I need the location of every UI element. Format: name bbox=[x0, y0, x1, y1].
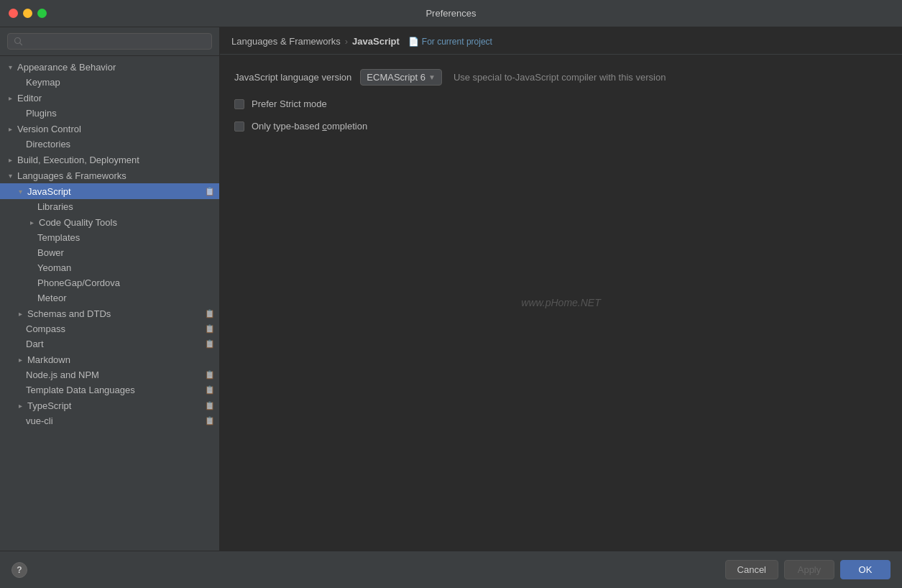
sidebar-item-directories[interactable]: Directories bbox=[0, 137, 219, 152]
sidebar-item-icon: 📋 bbox=[205, 339, 215, 349]
footer-right: Cancel Apply OK bbox=[725, 560, 891, 579]
title-bar: Preferences bbox=[0, 0, 902, 27]
sidebar-tree: ▾Appearance & BehaviorKeymap▸EditorPlugi… bbox=[0, 56, 219, 551]
help-button[interactable]: ? bbox=[11, 562, 27, 578]
close-button[interactable] bbox=[9, 9, 18, 18]
window-buttons bbox=[9, 9, 47, 18]
minimize-button[interactable] bbox=[23, 9, 32, 18]
sidebar-item-label: Version Control bbox=[17, 124, 215, 134]
sidebar-item-label: Meteor bbox=[37, 293, 215, 303]
sidebar-item-label: Node.js and NPM bbox=[26, 369, 202, 380]
tree-arrow-icon: ▾ bbox=[4, 61, 16, 73]
sidebar-item-label: Build, Execution, Deployment bbox=[17, 155, 215, 165]
sidebar-item-label: Keymap bbox=[26, 77, 215, 88]
sidebar-item-vue-cli[interactable]: vue-cli📋 bbox=[0, 413, 219, 428]
sidebar-item-label: Bower bbox=[37, 247, 215, 258]
search-wrapper bbox=[7, 33, 212, 50]
content-panel: Languages & Frameworks › JavaScript 📄 Fo… bbox=[220, 27, 902, 551]
strict-mode-label: Prefer Strict mode bbox=[252, 98, 327, 109]
cancel-button[interactable]: Cancel bbox=[725, 560, 778, 579]
search-input[interactable] bbox=[27, 36, 206, 47]
sidebar-item-label: PhoneGap/Cordova bbox=[37, 277, 215, 288]
sidebar-item-compass[interactable]: Compass📋 bbox=[0, 321, 219, 336]
sidebar-item-icon: 📋 bbox=[205, 309, 215, 318]
svg-line-1 bbox=[20, 43, 22, 45]
sidebar-item-appearance-behavior[interactable]: ▾Appearance & Behavior bbox=[0, 59, 219, 75]
maximize-button[interactable] bbox=[37, 9, 47, 18]
language-version-row: JavaScript language version ECMAScript 6… bbox=[234, 69, 888, 86]
sidebar-item-label: Editor bbox=[17, 93, 215, 104]
sidebar-item-dart[interactable]: Dart📋 bbox=[0, 336, 219, 352]
sidebar-item-label: Dart bbox=[26, 339, 202, 349]
sidebar-item-icon: 📋 bbox=[205, 324, 215, 334]
sidebar-item-version-control[interactable]: ▸Version Control bbox=[0, 121, 219, 137]
sidebar-item-bower[interactable]: Bower bbox=[0, 245, 219, 260]
tree-arrow-icon: ▸ bbox=[4, 154, 16, 165]
sidebar-item-label: Languages & Frameworks bbox=[17, 170, 215, 181]
tree-arrow-icon: ▸ bbox=[14, 354, 26, 365]
language-version-value: ECMAScript 6 bbox=[367, 72, 425, 83]
sidebar-item-phonegap-cordova[interactable]: PhoneGap/Cordova bbox=[0, 275, 219, 290]
sidebar-item-icon: 📋 bbox=[205, 370, 215, 380]
sidebar-item-code-quality-tools[interactable]: ▸Code Quality Tools bbox=[0, 214, 219, 230]
breadcrumb-part1: Languages & Frameworks bbox=[231, 36, 341, 47]
ok-button[interactable]: OK bbox=[840, 560, 891, 579]
sidebar-item-label: vue-cli bbox=[26, 415, 202, 426]
tree-arrow-icon: ▾ bbox=[14, 185, 26, 197]
sidebar-item-markdown[interactable]: ▸Markdown bbox=[0, 352, 219, 367]
language-version-desc: Use special to-JavaScript compiler with … bbox=[454, 72, 666, 83]
sidebar-item-icon: 📋 bbox=[205, 401, 215, 410]
sidebar-item-label: Templates bbox=[37, 232, 215, 243]
sidebar-item-schemas-dtds[interactable]: ▸Schemas and DTDs📋 bbox=[0, 306, 219, 321]
dropdown-arrow-icon: ▼ bbox=[428, 73, 436, 81]
strict-mode-row: Prefer Strict mode bbox=[234, 98, 888, 109]
sidebar-item-label: Markdown bbox=[27, 354, 215, 365]
tree-arrow-icon: ▾ bbox=[4, 170, 16, 181]
tree-arrow-icon: ▸ bbox=[4, 123, 16, 134]
footer: ? Cancel Apply OK bbox=[0, 551, 902, 588]
sidebar-item-meteor[interactable]: Meteor bbox=[0, 290, 219, 306]
footer-left: ? bbox=[11, 562, 27, 578]
sidebar-item-icon: 📋 bbox=[205, 385, 215, 395]
sidebar: ▾Appearance & BehaviorKeymap▸EditorPlugi… bbox=[0, 27, 220, 551]
sidebar-item-plugins[interactable]: Plugins bbox=[0, 106, 219, 121]
sidebar-item-label: Directories bbox=[26, 139, 215, 150]
sidebar-item-yeoman[interactable]: Yeoman bbox=[0, 260, 219, 275]
search-icon bbox=[14, 37, 23, 46]
sidebar-item-templates[interactable]: Templates bbox=[0, 230, 219, 245]
sidebar-item-label: Yeoman bbox=[37, 262, 215, 273]
sidebar-item-label: Schemas and DTDs bbox=[27, 308, 202, 319]
breadcrumb-project: 📄 For current project bbox=[408, 37, 492, 47]
content-body: JavaScript language version ECMAScript 6… bbox=[220, 55, 902, 551]
sidebar-item-template-data-languages[interactable]: Template Data Languages📋 bbox=[0, 382, 219, 398]
language-version-label: JavaScript language version bbox=[234, 72, 351, 83]
sidebar-item-nodejs-npm[interactable]: Node.js and NPM📋 bbox=[0, 367, 219, 382]
breadcrumb-separator: › bbox=[345, 36, 348, 47]
strict-mode-checkbox[interactable] bbox=[234, 99, 244, 109]
language-version-dropdown[interactable]: ECMAScript 6 ▼ bbox=[360, 69, 442, 86]
apply-button[interactable]: Apply bbox=[784, 560, 834, 579]
sidebar-item-icon: 📋 bbox=[205, 416, 215, 426]
project-icon: 📄 bbox=[408, 37, 419, 47]
sidebar-item-label: Libraries bbox=[37, 201, 215, 212]
sidebar-item-label: Appearance & Behavior bbox=[17, 62, 215, 73]
sidebar-item-libraries[interactable]: Libraries bbox=[0, 199, 219, 214]
tree-arrow-icon: ▸ bbox=[14, 308, 26, 319]
breadcrumb: Languages & Frameworks › JavaScript 📄 Fo… bbox=[231, 36, 891, 47]
sidebar-item-keymap[interactable]: Keymap bbox=[0, 75, 219, 90]
sidebar-item-label: Plugins bbox=[26, 108, 215, 119]
content-header: Languages & Frameworks › JavaScript 📄 Fo… bbox=[220, 27, 902, 55]
tree-arrow-icon: ▸ bbox=[26, 216, 37, 228]
main-layout: ▾Appearance & BehaviorKeymap▸EditorPlugi… bbox=[0, 27, 902, 551]
sidebar-item-editor[interactable]: ▸Editor bbox=[0, 90, 219, 106]
sidebar-item-languages-frameworks[interactable]: ▾Languages & Frameworks bbox=[0, 167, 219, 183]
sidebar-item-typescript[interactable]: ▸TypeScript📋 bbox=[0, 398, 219, 413]
sidebar-item-build-execution[interactable]: ▸Build, Execution, Deployment bbox=[0, 152, 219, 167]
search-bar bbox=[0, 27, 219, 56]
type-completion-label: Only type-based completion bbox=[252, 121, 367, 132]
sidebar-item-javascript[interactable]: ▾JavaScript📋 bbox=[0, 183, 219, 199]
type-completion-row: Only type-based completion bbox=[234, 121, 888, 132]
sidebar-item-icon: 📋 bbox=[205, 187, 215, 196]
watermark: www.pHome.NET bbox=[521, 297, 600, 308]
type-completion-checkbox[interactable] bbox=[234, 121, 244, 132]
